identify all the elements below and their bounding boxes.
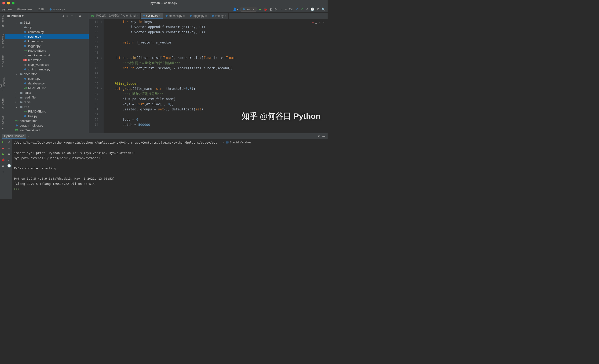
profile-button[interactable]: ⊙ xyxy=(274,8,277,11)
close-tab-icon[interactable]: × xyxy=(159,14,160,17)
tree-item-tree-py[interactable]: ⬢tree.py xyxy=(5,114,89,118)
crumb-0[interactable]: python xyxy=(2,8,12,11)
chevron-right-icon[interactable]: 〉 xyxy=(222,141,225,144)
tab-cosine-py[interactable]: ⬢cosine.py× xyxy=(141,13,163,19)
console-hide-icon[interactable]: — xyxy=(322,135,325,138)
stop-console-button[interactable]: ■ xyxy=(2,147,4,150)
hide-icon[interactable]: — xyxy=(84,14,87,17)
print-icon[interactable]: 🖶 xyxy=(8,152,10,156)
tree-item-database-py[interactable]: ⬢database.py xyxy=(5,81,89,86)
code-editor[interactable]: for key in keys: f_vector.append(f_count… xyxy=(104,19,328,133)
rerun-button[interactable]: ↻ xyxy=(2,141,4,144)
console-toolbar-1: ↻ ■ ▶ 🐞 ⚙ ＋ xyxy=(0,139,6,199)
tree-item-kafka[interactable]: ›🖿kafka xyxy=(5,90,89,95)
tree-item-load2neo4j-md[interactable]: MDload2neo4j.md xyxy=(5,128,89,132)
project-tree[interactable]: ⌄🖿5118›🖿zip⬢common.py⬢cosine.py⬢kmeans.p… xyxy=(5,19,89,133)
tree-item-tree[interactable]: ⌄🖿tree xyxy=(5,104,89,109)
git-push-button[interactable]: ↗ xyxy=(306,8,308,11)
crumb-2[interactable]: 5118 xyxy=(37,8,44,11)
favorites-tool-button[interactable]: ★Favorites xyxy=(0,115,4,131)
project-panel-title[interactable]: ▣ Project ▾ xyxy=(7,14,24,17)
tree-item-requirements-txt[interactable]: ≡requirements.txt xyxy=(5,53,89,58)
tree-item-decorator[interactable]: ⌄🖿decorator xyxy=(5,72,89,76)
tree-item-README-md[interactable]: MDREADME.md xyxy=(5,86,89,90)
tree-item-cosine-py[interactable]: ⬢cosine.py xyxy=(5,34,89,39)
soft-wrap-icon[interactable]: ⇄ xyxy=(8,141,10,144)
collapse-all-icon[interactable]: ≣ xyxy=(71,14,73,17)
git-history-button[interactable]: 🕘 xyxy=(310,8,314,11)
chevron-down-icon[interactable]: ﹀ xyxy=(322,21,325,25)
tree-item-decorator-md[interactable]: MDdecorator.md xyxy=(5,118,89,123)
tree-item-README-md[interactable]: MDREADME.md xyxy=(5,48,89,53)
git-update-button[interactable]: ✓ xyxy=(296,8,298,11)
tree-item-xmind_iamge-py[interactable]: ⬢xmind_iamge.py xyxy=(5,67,89,72)
editor-markers[interactable]: ● 1 ︿ ﹀ xyxy=(312,21,325,25)
console-output[interactable]: /Users/herui/Desktop/python/venv/bin/pyt… xyxy=(12,139,220,199)
close-tab-icon[interactable]: × xyxy=(205,15,207,17)
console-tab[interactable]: Python Console xyxy=(2,134,26,139)
tree-item-stop_words-csv[interactable]: ⊞stop_words.csv xyxy=(5,62,89,67)
close-tab-icon[interactable]: × xyxy=(224,15,226,17)
tree-item-read_file[interactable]: ›🖿read_file xyxy=(5,95,89,100)
debug-button[interactable]: 🐞 xyxy=(264,8,267,11)
editor-tabs: MD第001课：如何安装 Python3.md×⬢cosine.py×⬢kmea… xyxy=(89,13,328,19)
stop-button[interactable]: ■ xyxy=(285,8,287,11)
tree-item-5118[interactable]: ⌄🖿5118 xyxy=(5,20,89,25)
tree-item-cache-py[interactable]: ⬢cache.py xyxy=(5,76,89,81)
new-console-button[interactable]: ＋ xyxy=(2,170,5,174)
git-commit-button[interactable]: ✓ xyxy=(301,8,303,11)
settings-icon[interactable]: ⚙ xyxy=(79,14,81,17)
pull-requests-tool-button[interactable]: ⎌Pull Requests xyxy=(0,73,6,93)
minimize-window-button[interactable] xyxy=(7,2,10,4)
structure-tool-button[interactable]: ⬚Structure xyxy=(0,33,4,49)
console-settings-icon[interactable]: ⚙ xyxy=(318,135,321,138)
more-run-button[interactable]: ⋯ xyxy=(279,8,282,11)
fold-gutter[interactable]: ⊟ ⊦ ⊟ ⊦ ⊟ xyxy=(101,19,104,133)
chevron-up-icon[interactable]: ︿ xyxy=(318,21,321,25)
scroll-to-end-icon[interactable]: ↧ xyxy=(8,147,10,150)
run-config-selector[interactable]: ⬢ temp ▾ xyxy=(240,7,257,12)
tree-item-res-xmind[interactable]: Xres.xmind xyxy=(5,58,89,62)
tree-item-common-py[interactable]: ⬢common.py xyxy=(5,29,89,34)
tree-item-README-md[interactable]: MDREADME.md xyxy=(5,109,89,114)
expand-all-icon[interactable]: ≡ xyxy=(66,14,68,17)
editor-body: 34 35 36 37 38 39 40 41 42 43 44 45 46 4… xyxy=(89,19,328,133)
run-button[interactable]: ▶ xyxy=(259,8,261,11)
python-console-panel: Python Console × ⚙ — ↻ ■ ▶ 🐞 ⚙ ＋ ⇄ ↧ 🖶 ⌐… xyxy=(0,133,328,199)
tree-item-logger-py[interactable]: ⬢logger.py xyxy=(5,43,89,48)
history-icon[interactable]: 🕘 xyxy=(7,164,11,167)
crumb-3[interactable]: cosine.py xyxy=(53,8,65,11)
tab-tree-py[interactable]: ⬢tree.py× xyxy=(209,13,229,19)
tab-kmeans-py[interactable]: ⬢kmeans.py× xyxy=(163,13,187,19)
tree-item-dgraph_helper-py[interactable]: ⬢dgraph_helper.py xyxy=(5,123,89,128)
tree-item-kmeans-py[interactable]: ⬢kmeans.py xyxy=(5,39,89,43)
commit-tool-button[interactable]: ○Commit xyxy=(1,54,4,69)
close-tab-icon[interactable]: × xyxy=(136,15,138,17)
coverage-button[interactable]: ◐ xyxy=(270,8,272,11)
tree-item-zip[interactable]: ›🖿zip xyxy=(5,25,89,29)
close-tab-icon[interactable]: × xyxy=(183,15,185,17)
user-icon[interactable]: 👤▾ xyxy=(233,8,238,11)
close-window-button[interactable] xyxy=(2,2,5,4)
debug-console-button[interactable]: 🐞 xyxy=(1,158,5,162)
main: ▣Project ⬚Structure ○Commit ⎌Pull Reques… xyxy=(0,13,328,133)
title-bar: python — cosine.py xyxy=(0,0,328,6)
search-everywhere-button[interactable]: 🔍 xyxy=(321,8,325,11)
project-tool-button[interactable]: ▣Project xyxy=(0,15,4,28)
line-gutter: 34 35 36 37 38 39 40 41 42 43 44 45 46 4… xyxy=(89,19,101,133)
tab-logger-py[interactable]: ⬢logger.py× xyxy=(187,13,209,19)
tab--001-------Python3-md[interactable]: MD第001课：如何安装 Python3.md× xyxy=(89,13,141,19)
project-panel-header: ▣ Project ▾ ⊕ ≡ ≣ | ⚙ — xyxy=(5,13,89,19)
locate-icon[interactable]: ⊕ xyxy=(62,14,64,17)
learn-tool-button[interactable]: ✎Learn xyxy=(0,97,4,110)
console-variables[interactable]: 〉 ▦ Special Variables xyxy=(220,139,315,199)
close-console-tab-icon[interactable]: × xyxy=(27,135,29,138)
show-vars-icon[interactable]: ⌐ xyxy=(8,158,10,162)
execute-button[interactable]: ▶ xyxy=(2,152,4,156)
crumb-1[interactable]: 02-usecase xyxy=(17,8,32,11)
breadcrumb[interactable]: python〉 02-usecase〉 5118〉 ⬢ cosine.py xyxy=(2,7,65,11)
maximize-window-button[interactable] xyxy=(12,2,15,4)
git-rollback-button[interactable]: ↶ xyxy=(317,8,319,11)
console-config-icon[interactable]: ⚙ xyxy=(2,164,4,167)
tree-item-redis[interactable]: ›🖿redis xyxy=(5,100,89,104)
